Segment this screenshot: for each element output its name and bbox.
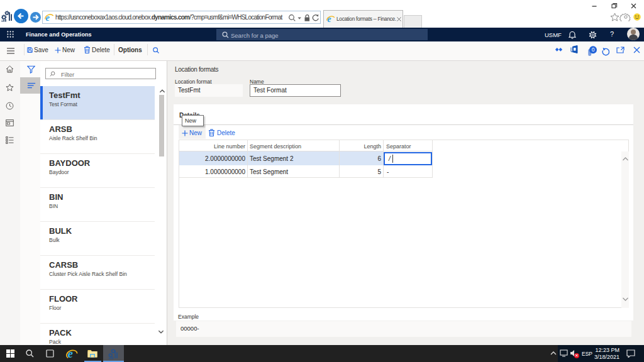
svg-text:e: e (68, 348, 74, 359)
svg-text:e: e (327, 14, 331, 23)
svg-text:e: e (46, 13, 50, 22)
svg-text:0: 0 (592, 47, 595, 53)
